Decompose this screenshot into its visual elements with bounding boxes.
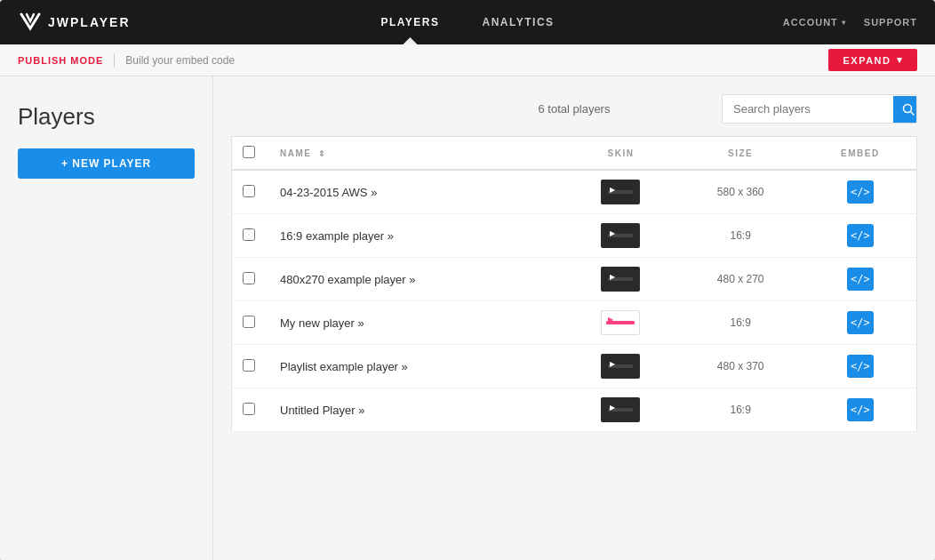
embed-button[interactable]: </> xyxy=(847,398,874,421)
skin-thumbnail xyxy=(601,397,640,422)
embed-button[interactable]: </> xyxy=(847,311,874,334)
header-name[interactable]: NAME ⇕ xyxy=(266,137,564,171)
row-checkbox-cell xyxy=(232,214,267,258)
player-size: 16:9 xyxy=(677,388,804,432)
table-header: NAME ⇕ SKIN SIZE EMBED xyxy=(232,137,917,171)
player-skin xyxy=(564,258,677,301)
player-name[interactable]: 16:9 example player » xyxy=(266,214,564,258)
player-size: 480 x 270 xyxy=(677,258,804,301)
player-skin xyxy=(564,170,677,214)
select-all-checkbox[interactable] xyxy=(243,146,255,158)
search-input[interactable] xyxy=(723,95,893,123)
nav-analytics[interactable]: ANALYTICS xyxy=(461,0,576,44)
player-embed: </> xyxy=(804,345,917,388)
logo-text: JWPLAYER xyxy=(48,15,131,29)
expand-button[interactable]: EXPAND ▾ xyxy=(828,49,917,71)
app-window: JWPLAYER PLAYERS ANALYTICS ACCOUNT ▾ SUP… xyxy=(0,0,935,560)
main-content: Players + NEW PLAYER 6 total players xyxy=(0,76,935,560)
expand-chevron-icon: ▾ xyxy=(897,54,904,66)
support-link[interactable]: SUPPORT xyxy=(864,17,917,28)
header-size: SIZE xyxy=(677,137,804,171)
main-nav: PLAYERS ANALYTICS xyxy=(359,0,575,44)
header-checkbox-col xyxy=(232,137,267,171)
logo: JWPLAYER xyxy=(18,12,131,32)
row-checkbox-cell xyxy=(232,170,267,214)
players-content: 6 total players xyxy=(213,76,935,560)
embed-button[interactable]: </> xyxy=(847,268,874,291)
player-size: 580 x 360 xyxy=(677,170,804,214)
embed-button[interactable]: </> xyxy=(847,180,874,204)
player-embed: </> xyxy=(804,301,917,345)
table-row: Playlist example player » 480 x 370 </> xyxy=(232,345,917,388)
row-checkbox[interactable] xyxy=(243,359,255,372)
player-skin: ▶ xyxy=(564,301,677,345)
nav-right: ACCOUNT ▾ SUPPORT xyxy=(783,17,917,28)
player-name[interactable]: 480x270 example player » xyxy=(266,258,564,301)
account-chevron-icon: ▾ xyxy=(842,19,846,27)
player-size: 16:9 xyxy=(677,214,804,258)
player-size: 16:9 xyxy=(677,301,804,345)
svg-line-1 xyxy=(910,111,914,115)
player-name[interactable]: My new player » xyxy=(266,301,564,345)
new-player-button[interactable]: + NEW PLAYER xyxy=(18,148,195,179)
publish-mode-label: PUBLISH MODE xyxy=(18,55,103,66)
header: JWPLAYER PLAYERS ANALYTICS ACCOUNT ▾ SUP… xyxy=(0,0,935,44)
publish-description: Build your embed code xyxy=(125,54,235,67)
row-checkbox-cell xyxy=(232,345,267,388)
skin-thumbnail xyxy=(601,180,640,204)
table-row: My new player » ▶ 16:9 </> xyxy=(232,301,917,345)
total-players-label: 6 total players xyxy=(460,102,688,116)
table-row: 480x270 example player » 480 x 270 </> xyxy=(232,258,917,301)
table-row: 04-23-2015 AWS » 580 x 360 </> xyxy=(232,170,917,214)
account-menu[interactable]: ACCOUNT ▾ xyxy=(783,17,846,28)
logo-icon xyxy=(18,12,43,32)
player-name[interactable]: Playlist example player » xyxy=(266,345,564,388)
row-checkbox-cell xyxy=(232,301,267,345)
search-icon xyxy=(902,103,915,116)
player-size: 480 x 370 xyxy=(677,345,804,388)
sort-icon: ⇕ xyxy=(318,149,327,158)
player-skin xyxy=(564,345,677,388)
player-skin xyxy=(564,388,677,432)
player-embed: </> xyxy=(804,170,917,214)
embed-button[interactable]: </> xyxy=(847,224,874,247)
row-checkbox-cell xyxy=(232,258,267,301)
row-checkbox[interactable] xyxy=(243,185,255,197)
skin-thumbnail xyxy=(601,267,640,292)
content-header: 6 total players xyxy=(231,94,917,124)
row-checkbox[interactable] xyxy=(243,403,255,415)
publish-bar: PUBLISH MODE Build your embed code EXPAN… xyxy=(0,44,935,76)
header-skin: SKIN xyxy=(564,137,677,171)
player-skin xyxy=(564,214,677,258)
row-checkbox-cell xyxy=(232,388,267,432)
player-embed: </> xyxy=(804,388,917,432)
player-name[interactable]: Untitled Player » xyxy=(266,388,564,432)
players-table: NAME ⇕ SKIN SIZE EMBED 04-23-2015 AWS » … xyxy=(231,136,917,432)
player-embed: </> xyxy=(804,214,917,258)
header-embed: EMBED xyxy=(804,137,917,171)
row-checkbox[interactable] xyxy=(243,272,255,284)
table-row: 16:9 example player » 16:9 </> xyxy=(232,214,917,258)
player-embed: </> xyxy=(804,258,917,301)
row-checkbox[interactable] xyxy=(243,228,255,241)
search-box xyxy=(722,94,917,124)
embed-button[interactable]: </> xyxy=(847,355,874,378)
skin-thumbnail: ▶ xyxy=(601,310,640,335)
sidebar: Players + NEW PLAYER xyxy=(0,76,213,560)
table-row: Untitled Player » 16:9 </> xyxy=(232,388,917,432)
row-checkbox[interactable] xyxy=(243,316,255,328)
skin-thumbnail xyxy=(601,354,640,379)
search-button[interactable] xyxy=(893,96,917,123)
table-body: 04-23-2015 AWS » 580 x 360 </> 16:9 exam… xyxy=(232,170,917,432)
nav-players[interactable]: PLAYERS xyxy=(359,0,460,44)
skin-thumbnail xyxy=(601,223,640,248)
player-name[interactable]: 04-23-2015 AWS » xyxy=(266,170,564,214)
publish-divider xyxy=(114,53,115,68)
page-title: Players xyxy=(18,103,195,131)
